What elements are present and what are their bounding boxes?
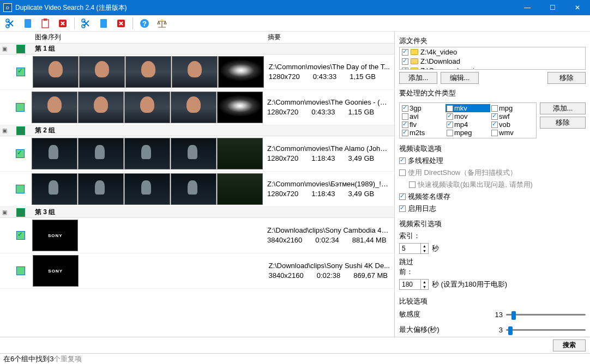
results-panel: 图像序列 摘要 ▣第 1 组Z:\Common\movies\The Day o… xyxy=(0,32,395,337)
delete-icon[interactable] xyxy=(56,16,70,31)
index-spinner[interactable]: ▲▼ xyxy=(399,243,429,254)
filetype-option[interactable]: mpeg xyxy=(445,129,490,137)
folder-checkbox[interactable] xyxy=(402,58,408,65)
filetype-checkbox[interactable] xyxy=(402,113,408,120)
group-checkbox[interactable] xyxy=(16,45,25,53)
item-checkbox[interactable] xyxy=(16,68,25,76)
group-header[interactable]: ▣第 3 组 xyxy=(0,207,394,218)
result-row[interactable]: SONYZ:\Download\clips\Sony Cambodia 4K .… xyxy=(0,218,394,253)
folders-list[interactable]: Z:\4k_videoZ:\DownloadZ:\Common\movies xyxy=(399,47,586,70)
group-checkbox[interactable] xyxy=(16,208,25,217)
item-checkbox[interactable] xyxy=(16,266,25,275)
sensitivity-slider[interactable] xyxy=(506,310,586,319)
delete-icon-2[interactable] xyxy=(114,16,128,31)
close-button[interactable]: ✕ xyxy=(565,0,590,15)
folder-item[interactable]: Z:\Download xyxy=(400,57,585,66)
clipboard-icon[interactable] xyxy=(38,16,52,31)
item-checkbox[interactable] xyxy=(16,231,25,240)
result-row[interactable]: Z:\Common\movies\The Alamo (John...1280x… xyxy=(0,136,394,172)
filetype-checkbox[interactable] xyxy=(491,122,498,128)
minimize-button[interactable]: — xyxy=(515,0,540,15)
result-row[interactable]: Z:\Common\movies\Бэтмен(1989)_!!!...1280… xyxy=(0,172,394,207)
group-checkbox[interactable] xyxy=(16,126,25,135)
thumbnails xyxy=(32,172,263,207)
maxoffset-slider[interactable] xyxy=(506,325,586,335)
filetype-option[interactable]: vob xyxy=(490,120,535,129)
filetype-option[interactable]: avi xyxy=(401,112,445,120)
item-summary: Z:\Download\clips\Sony Cambodia 4K ...38… xyxy=(263,223,394,247)
remove-folder-button[interactable]: 移除 xyxy=(547,72,586,84)
remove-type-button[interactable]: 移除 xyxy=(540,117,586,129)
maximize-button[interactable]: ☐ xyxy=(540,0,565,15)
thumbnails: SONY xyxy=(33,253,264,288)
edit-folder-button[interactable]: 编辑... xyxy=(441,72,479,84)
app-icon: D xyxy=(3,3,12,12)
header-sequence[interactable]: 图像序列 xyxy=(33,32,266,43)
folder-icon xyxy=(411,68,418,70)
filetype-checkbox[interactable] xyxy=(491,105,498,112)
filetype-checkbox[interactable] xyxy=(402,122,408,128)
filetype-option[interactable]: wmv xyxy=(490,129,535,137)
item-summary: Z:\Common\movies\The Day of the T...1280… xyxy=(264,60,394,84)
filetype-option[interactable]: swf xyxy=(490,112,535,120)
svg-rect-4 xyxy=(44,19,47,21)
filetype-option[interactable]: mov xyxy=(445,112,490,120)
group-label: 第 3 组 xyxy=(33,208,55,217)
folder-item[interactable]: Z:\Common\movies xyxy=(400,66,585,70)
collapse-icon[interactable]: ▣ xyxy=(0,209,9,215)
add-type-button[interactable]: 添加... xyxy=(540,102,586,114)
collapse-icon[interactable]: ▣ xyxy=(0,128,9,134)
scissors-icon-2[interactable] xyxy=(79,16,93,31)
folder-item[interactable]: Z:\4k_video xyxy=(400,47,585,57)
types-label: 要处理的文件类型 xyxy=(399,88,586,98)
skip-spinner[interactable]: ▲▼ xyxy=(399,279,429,290)
group-header[interactable]: ▣第 1 组 xyxy=(0,44,394,54)
filetype-option[interactable]: m2ts xyxy=(401,129,445,137)
page-icon[interactable] xyxy=(21,16,35,31)
search-button[interactable]: 搜索 xyxy=(553,339,586,351)
filetype-checkbox[interactable] xyxy=(491,113,498,120)
filetype-option[interactable]: mp4 xyxy=(445,120,490,129)
filetype-checkbox[interactable] xyxy=(447,105,453,112)
filetype-checkbox[interactable] xyxy=(491,130,498,136)
thumbnails xyxy=(32,90,263,125)
collapse-icon[interactable]: ▣ xyxy=(0,46,9,52)
filetype-checkbox[interactable] xyxy=(447,130,453,136)
file-types-box[interactable]: 3gpmkvmpgavimovswfflvmp4vobm2tsmpegwmv xyxy=(399,102,537,138)
enablelog-checkbox[interactable] xyxy=(399,205,406,212)
fastread-checkbox xyxy=(409,181,416,188)
filetype-option[interactable]: 3gp xyxy=(401,104,445,112)
toolbar-separator xyxy=(133,17,133,29)
side-panel: 源文件夹 Z:\4k_videoZ:\DownloadZ:\Common\mov… xyxy=(395,32,590,337)
multithread-checkbox[interactable] xyxy=(399,157,406,164)
folder-checkbox[interactable] xyxy=(402,68,408,70)
add-folder-button[interactable]: 添加... xyxy=(399,72,437,84)
svg-point-12 xyxy=(161,19,163,21)
filetype-checkbox[interactable] xyxy=(402,105,408,112)
filetype-option[interactable]: mkv xyxy=(445,104,490,112)
help-icon[interactable]: ? xyxy=(137,16,152,31)
toolbar-separator xyxy=(74,17,75,29)
results-header: 图像序列 摘要 xyxy=(0,32,394,44)
sigcache-checkbox[interactable] xyxy=(399,193,406,200)
filetype-option[interactable]: flv xyxy=(401,120,445,129)
page-icon-2[interactable] xyxy=(97,16,111,31)
item-checkbox[interactable] xyxy=(16,185,25,193)
header-summary[interactable]: 摘要 xyxy=(266,32,394,43)
titlebar: D Duplicate Video Search 2.4 (注册版本) — ☐ … xyxy=(0,0,590,15)
folder-checkbox[interactable] xyxy=(402,49,408,56)
item-checkbox[interactable] xyxy=(16,149,25,158)
group-header[interactable]: ▣第 2 组 xyxy=(0,125,394,136)
scissors-icon[interactable] xyxy=(3,16,17,31)
filetype-option[interactable]: mpg xyxy=(490,104,535,112)
balance-icon[interactable] xyxy=(155,16,169,31)
item-checkbox[interactable] xyxy=(16,103,25,112)
group-label: 第 1 组 xyxy=(33,44,55,53)
filetype-checkbox[interactable] xyxy=(447,122,453,128)
filetype-checkbox[interactable] xyxy=(402,130,408,136)
folder-icon xyxy=(411,58,418,64)
result-row[interactable]: Z:\Common\movies\The Goonies - (O...1280… xyxy=(0,90,394,125)
result-row[interactable]: SONYZ:\Download\clips\Sony Sushi 4K De..… xyxy=(0,253,394,289)
filetype-checkbox[interactable] xyxy=(447,113,453,120)
result-row[interactable]: Z:\Common\movies\The Day of the T...1280… xyxy=(0,54,394,90)
